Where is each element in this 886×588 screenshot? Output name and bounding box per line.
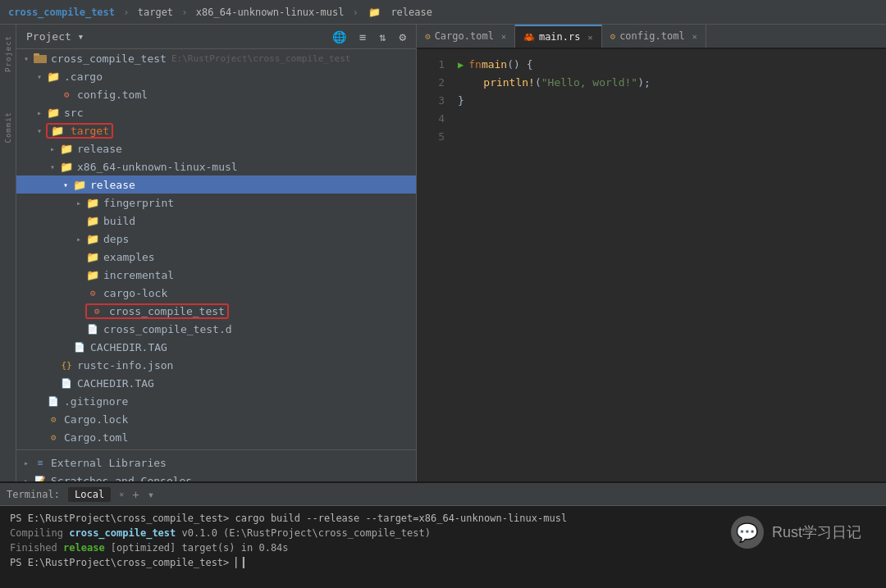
sort-icon[interactable]: ⇅ [376, 29, 389, 45]
tab-close-cargo[interactable]: ✕ [501, 32, 506, 41]
build-label: build [103, 215, 135, 227]
tree-item-cachedir-2[interactable]: 📄 CACHEDIR.TAG [16, 374, 416, 392]
term-cmd-flags: --release --target=x86_64-unknown-linux-… [300, 513, 567, 524]
project-strip-label: Project [4, 35, 12, 72]
terminal-tab-bar: Terminal: Local ✕ + ▾ [0, 483, 886, 506]
tree-item-root[interactable]: cross_compile_test E:\RustProject\cross_… [16, 49, 416, 67]
tree-item-release-1[interactable]: 📁 release [16, 139, 416, 157]
file-icon-cachedir2: 📄 [59, 377, 74, 389]
tree-item-d-file[interactable]: 📄 cross_compile_test.d [16, 320, 416, 338]
folder-icon-x86: 📁 [59, 161, 74, 172]
term-compiling-pkg: cross_compile_test [69, 527, 176, 539]
file-icon-cargo-lock-root: ⚙ [46, 413, 61, 425]
terminal-tab-close[interactable]: ✕ [119, 490, 124, 499]
editor-area: ⚙ Cargo.toml ✕ 🦀 main.rs ✕ ⚙ config.toml… [417, 25, 886, 481]
term-finished-type: release [63, 542, 105, 554]
string-hello: "Hello, world!" [541, 74, 637, 92]
terminal-tab-local[interactable]: Local [68, 487, 111, 502]
terminal-label: Terminal: [7, 489, 60, 500]
terminal-dropdown-icon[interactable]: ▾ [148, 488, 154, 501]
settings-icon[interactable]: ⚙ [396, 29, 409, 45]
toolbar-icons: 🌐 ≡ ⇅ ⚙ [329, 29, 409, 45]
folder-icon-build: 📁 [85, 215, 100, 226]
tab-config-toml[interactable]: ⚙ config.toml ✕ [602, 25, 706, 48]
file-icon-cargo-lock: ⚙ [85, 287, 100, 299]
tree-item-release-2[interactable]: 📁 release [16, 175, 416, 194]
cargo-lock-root-label: Cargo.lock [64, 413, 128, 426]
tree-item-target[interactable]: 📁 target [16, 121, 416, 139]
macro-println: println! [458, 74, 535, 92]
file-icon-rustc: {} [59, 359, 74, 371]
sidebar-toolbar-left: Project ▾ [23, 29, 87, 44]
equalizer-icon[interactable]: ≡ [356, 29, 369, 45]
code-line-1: ▶ fn main() { [458, 56, 886, 74]
tree-arrow-src [33, 108, 46, 117]
code-content[interactable]: ▶ fn main() { println!("Hello, world!");… [450, 49, 886, 481]
tree-item-ext-libs[interactable]: ≡ External Libraries [16, 454, 416, 472]
sidebar-tree: cross_compile_test E:\RustProject\cross_… [16, 49, 416, 481]
tree-item-deps[interactable]: 📁 deps [16, 230, 416, 248]
tab-label-config: config.toml [619, 30, 684, 42]
tree-item-cargo-toml-root[interactable]: ⚙ Cargo.toml [16, 428, 416, 446]
sidebar: Project ▾ 🌐 ≡ ⇅ ⚙ c [16, 25, 417, 481]
tree-item-src[interactable]: 📁 src [16, 103, 416, 121]
watermark-text: Rust学习日记 [772, 522, 861, 542]
examples-label: examples [103, 251, 155, 263]
line-numbers: 1 2 3 4 5 [417, 49, 450, 481]
globe-icon[interactable]: 🌐 [329, 29, 349, 45]
sidebar-toolbar: Project ▾ 🌐 ≡ ⇅ ⚙ [16, 25, 416, 49]
term-prompt2: PS E:\RustProject\cross_compile_test> [10, 557, 235, 568]
icon-strip: Project Commit [0, 25, 16, 481]
tree-item-examples[interactable]: 📁 examples [16, 248, 416, 266]
tree-item-build[interactable]: 📁 build [16, 212, 416, 230]
tree-item-cachedir-1[interactable]: 📄 CACHEDIR.TAG [16, 338, 416, 356]
tree-item-fingerprint[interactable]: 📁 fingerprint [16, 194, 416, 212]
tree-item-config-toml[interactable]: ⚙ config.toml [16, 85, 416, 103]
file-icon-ext: ≡ [33, 457, 48, 468]
title-bar: cross_compile_test › target › x86_64-unk… [0, 0, 886, 25]
tab-label-main: main.rs [539, 31, 581, 43]
scratches-label: Scratches and Consoles [51, 475, 192, 482]
tree-arrow-ext [20, 458, 33, 467]
punct-close: } [458, 92, 464, 110]
tree-item-gitignore[interactable]: 📄 .gitignore [16, 392, 416, 410]
ext-libs-label: External Libraries [51, 457, 167, 469]
tree-item-x86[interactable]: 📁 x86_64-unknown-linux-musl [16, 157, 416, 175]
src-label: src [64, 107, 83, 119]
folder-icon-release1: 📁 [59, 143, 74, 154]
file-icon-cachedir1: 📄 [72, 341, 87, 353]
tree-item-rustc-info[interactable]: {} rustc-info.json [16, 356, 416, 374]
tree-item-cargo-lock-root[interactable]: ⚙ Cargo.lock [16, 410, 416, 428]
exe-label: cross_compile_test [109, 305, 225, 317]
file-icon-scratches: 📝 [33, 475, 48, 481]
tree-arrow-target [33, 126, 46, 135]
line-num-2: 2 [417, 74, 445, 92]
tab-cargo-toml[interactable]: ⚙ Cargo.toml ✕ [417, 25, 515, 48]
sidebar-divider [16, 449, 416, 450]
tab-main-rs[interactable]: 🦀 main.rs ✕ [515, 25, 602, 48]
fingerprint-label: fingerprint [103, 197, 174, 209]
tab-label-cargo: Cargo.toml [435, 30, 494, 42]
svg-rect-2 [34, 55, 47, 63]
watermark-icon: 💬 [731, 516, 764, 549]
punct-3: ); [637, 74, 651, 92]
line-num-4: 4 [417, 110, 445, 128]
tree-item-incremental[interactable]: 📁 incremental [16, 266, 416, 284]
tab-icon-main: 🦀 [523, 32, 535, 43]
folder-icon-root [33, 52, 48, 64]
root-path: E:\RustProject\cross_compile_test [171, 53, 351, 64]
terminal-add-btn[interactable]: + [129, 488, 142, 501]
tab-close-config[interactable]: ✕ [692, 32, 697, 41]
tree-item-cargo-lock-file[interactable]: ⚙ cargo-lock [16, 284, 416, 302]
tree-item-exe[interactable]: ⚙ cross_compile_test [16, 302, 416, 320]
tab-close-main[interactable]: ✕ [587, 33, 592, 42]
tree-item-cargo-dir[interactable]: 📁 .cargo [16, 67, 416, 85]
project-dropdown[interactable]: Project ▾ [23, 29, 87, 44]
watermark: 💬 Rust学习日记 [731, 516, 861, 549]
line-num-5: 5 [417, 128, 445, 146]
line-num-3: 3 [417, 92, 445, 110]
file-icon-d: 📄 [85, 323, 100, 335]
tree-arrow-cargo [33, 72, 46, 81]
tree-item-scratches[interactable]: 📝 Scratches and Consoles [16, 472, 416, 481]
term-finished-label: Finished [10, 542, 63, 554]
